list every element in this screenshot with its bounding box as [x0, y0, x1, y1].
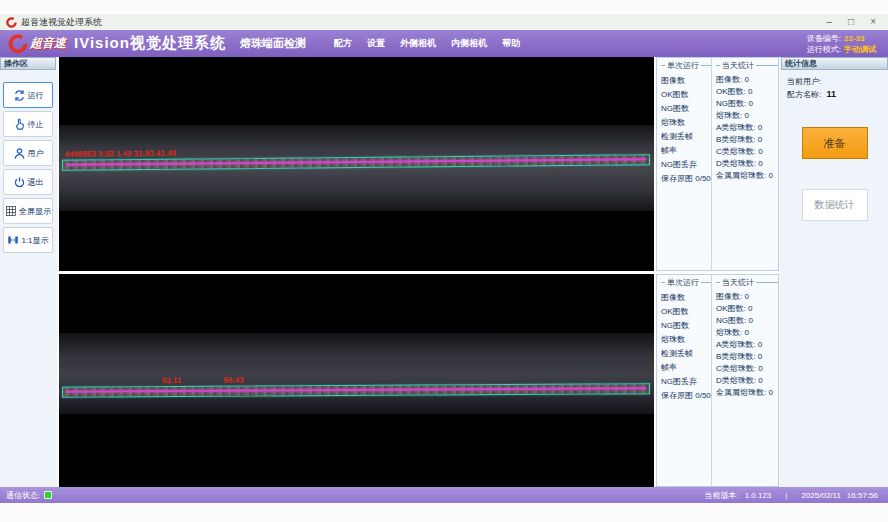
run-button-label: 运行 [28, 90, 44, 101]
data-statistics-button[interactable]: 数据统计 [802, 189, 868, 221]
stat-row: 保存原图 0/500 [661, 389, 711, 403]
main-content: 操作区 运行 停止 [0, 57, 888, 487]
stat-row: 帧率 [661, 361, 711, 375]
device-no-value: 22-33 [844, 34, 864, 43]
stat-row: OK图数: 0 [716, 86, 778, 98]
status-bar: 通信状态: 当前版本: 1.0.123 | 2025/02/11 16:57:5… [0, 487, 888, 503]
camera-viewports: 4498853 9.53 1.49 31.53 41.49 53.11 56.4… [58, 57, 656, 487]
status-separator: | [785, 491, 787, 500]
version-label: 当前版本: [704, 490, 738, 501]
stat-row: D类熔珠数: 0 [716, 375, 778, 387]
recipe-row: 配方名称: 11 [787, 88, 882, 101]
device-info: 设备编号:22-33 运行模式:手动调试 [807, 33, 880, 55]
stat-row: 熔珠数 [661, 116, 711, 130]
stat-row: OK图数 [661, 305, 711, 319]
outer-camera-view[interactable]: 4498853 9.53 1.49 31.53 41.49 [59, 57, 654, 271]
single-run-header: 单次运行 [661, 60, 711, 71]
app-subtitle: 熔珠端面检测 [240, 36, 306, 51]
menu-item[interactable]: 内侧相机 [451, 37, 487, 50]
today-header: 当天统计 [716, 277, 778, 288]
one-to-one-button[interactable]: 1:1显示 [3, 227, 53, 253]
device-no-row: 设备编号:22-33 [807, 33, 876, 44]
stat-row: OK图数: 0 [716, 303, 778, 315]
outer-camera-stats: 单次运行 图像数OK图数NG图数熔珠数检测丢帧帧率NG图丢弃保存原图 0/500… [656, 57, 779, 271]
window-controls: – □ × [827, 15, 882, 29]
window-title: 超音速视觉处理系统 [21, 16, 102, 29]
app-title: IVision视觉处理系统 [74, 34, 226, 53]
prepare-button[interactable]: 准备 [802, 127, 868, 159]
menu-item[interactable]: 配方 [334, 37, 352, 50]
status-right: 当前版本: 1.0.123 | 2025/02/11 16:57:56 [704, 490, 882, 501]
strip-centerline [66, 159, 646, 167]
run-button[interactable]: 运行 [3, 82, 53, 108]
stat-row: 帧率 [661, 144, 711, 158]
comm-status-label: 通信状态: [6, 490, 40, 501]
one-to-one-button-label: 1:1显示 [21, 235, 48, 246]
version-value: 1.0.123 [745, 491, 772, 500]
stop-button[interactable]: 停止 [3, 111, 53, 137]
user-button-label: 用户 [28, 148, 44, 159]
fullscreen-grid-icon [5, 205, 17, 217]
one-to-one-icon [7, 234, 19, 246]
status-date: 2025/02/11 [801, 491, 840, 500]
stat-row: 图像数 [661, 74, 711, 88]
menu-item[interactable]: 设置 [367, 37, 385, 50]
maximize-button[interactable]: □ [848, 15, 854, 29]
stat-row: 保存原图 0/500 [661, 172, 711, 186]
inner-camera-view[interactable]: 53.11 56.43 [59, 274, 654, 488]
stat-row: NG图丢弃 [661, 158, 711, 172]
stat-row: NG图数 [661, 102, 711, 116]
stop-button-label: 停止 [28, 119, 44, 130]
desktop-margin [0, 0, 888, 14]
status-time: 16:57:56 [847, 491, 878, 500]
os-titlebar: 超音速视觉处理系统 – □ × [0, 14, 888, 30]
menu-item[interactable]: 帮助 [502, 37, 520, 50]
menu-item[interactable]: 外侧相机 [400, 37, 436, 50]
desktop-margin [0, 503, 888, 522]
run-mode-label: 运行模式: [807, 45, 841, 54]
operation-panel-title: 操作区 [0, 57, 56, 70]
fullscreen-button[interactable]: 全屏显示 [3, 198, 53, 224]
stat-row: D类熔珠数: 0 [716, 158, 778, 170]
menu-bar: 配方设置外侧相机内侧相机帮助 [334, 37, 520, 50]
stat-row: C类熔珠数: 0 [716, 146, 778, 158]
stat-row: 金属屑熔珠数: 0 [716, 170, 778, 182]
statistics-column: 单次运行 图像数OK图数NG图数熔珠数检测丢帧帧率NG图丢弃保存原图 0/500… [656, 57, 779, 487]
stat-row: NG图数 [661, 319, 711, 333]
stat-row: 图像数: 0 [716, 291, 778, 303]
stat-row: B类熔珠数: 0 [716, 134, 778, 146]
recipe-name-label: 配方名称: [787, 90, 821, 99]
stat-row: 熔珠数: 0 [716, 327, 778, 339]
single-run-header: 单次运行 [661, 277, 711, 288]
app-header: 超音速 IVision视觉处理系统 熔珠端面检测 配方设置外侧相机内侧相机帮助 … [0, 30, 888, 57]
app-window: 超音速视觉处理系统 – □ × 超音速 IVision视觉处理系统 熔珠端面检测… [0, 0, 888, 522]
stat-row: A类熔珠数: 0 [716, 339, 778, 351]
minimize-button[interactable]: – [827, 15, 833, 29]
comm-status-led [44, 491, 52, 499]
stat-row: NG图丢弃 [661, 375, 711, 389]
stat-row: A类熔珠数: 0 [716, 122, 778, 134]
stat-row: 熔珠数: 0 [716, 110, 778, 122]
operation-sidebar: 操作区 运行 停止 [0, 57, 58, 487]
stat-row: 检测丢帧 [661, 130, 711, 144]
measurement-annotation: 56.43 [224, 375, 244, 384]
current-user-row: 当前用户: [787, 75, 882, 88]
close-button[interactable]: × [870, 15, 876, 29]
stat-row: OK图数 [661, 88, 711, 102]
fullscreen-button-label: 全屏显示 [19, 206, 51, 217]
measurement-annotation: 4498853 9.53 1.49 31.53 41.49 [65, 149, 176, 159]
exit-button[interactable]: 退出 [3, 169, 53, 195]
info-panel: 统计信息 当前用户: 配方名称: 11 准备 数据统计 [779, 57, 888, 487]
stat-row: 检测丢帧 [661, 347, 711, 361]
brand-logo-icon [8, 34, 28, 54]
user-icon [13, 147, 26, 160]
stat-row: 金属屑熔珠数: 0 [716, 387, 778, 399]
recipe-name-value: 11 [826, 89, 836, 99]
lighting-band [59, 333, 654, 414]
user-button[interactable]: 用户 [3, 140, 53, 166]
stat-row: NG图数: 0 [716, 315, 778, 327]
today-stats: 当天统计 图像数: 0OK图数: 0NG图数: 0熔珠数: 0A类熔珠数: 0B… [711, 275, 778, 487]
info-rows: 当前用户: 配方名称: 11 [781, 70, 888, 101]
today-stats: 当天统计 图像数: 0OK图数: 0NG图数: 0熔珠数: 0A类熔珠数: 0B… [711, 58, 778, 270]
single-run-stats: 单次运行 图像数OK图数NG图数熔珠数检测丢帧帧率NG图丢弃保存原图 0/500 [657, 58, 711, 270]
